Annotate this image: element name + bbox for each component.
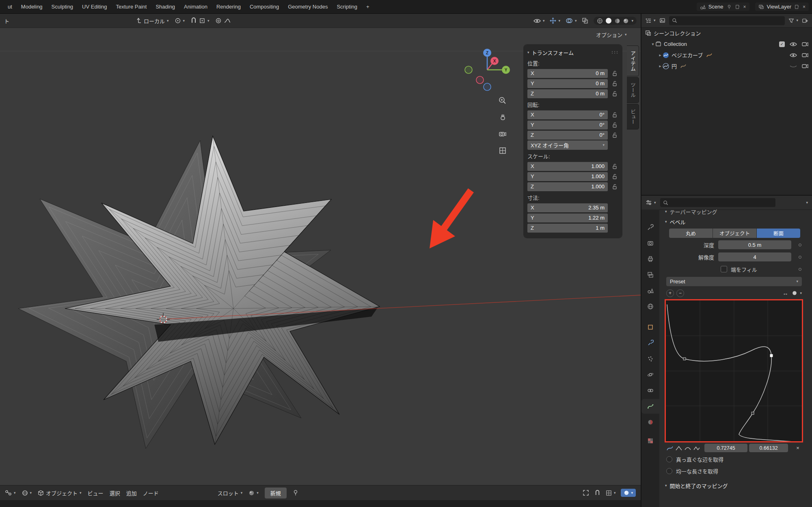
pan-tool-button[interactable] (497, 112, 508, 123)
section-bevel[interactable]: ▾ ベベル (659, 216, 812, 228)
menu-add[interactable]: 追加 (126, 489, 137, 497)
tab-texture[interactable] (641, 434, 659, 448)
view-navigation-gizmo[interactable]: Z X Y (458, 41, 516, 99)
profile-point[interactable] (752, 412, 754, 414)
shader-object-dropdown[interactable]: オブジェクト ▾ (38, 489, 82, 497)
handle-auto-icon[interactable] (666, 444, 674, 452)
workspace-tab-animation[interactable]: Animation (179, 0, 212, 13)
hide-eye-icon[interactable] (790, 42, 797, 47)
workspace-tab-modeling[interactable]: Modeling (17, 0, 47, 13)
editor-type-dropdown[interactable]: ▾ (645, 18, 656, 24)
tab-modifiers[interactable] (641, 336, 659, 350)
hide-eye-closed-icon[interactable] (790, 64, 797, 69)
tab-particles[interactable] (641, 352, 659, 366)
section-start-end-mapping[interactable]: ▾ 開始と終了のマッピング (659, 479, 812, 492)
tab-render[interactable] (641, 236, 659, 250)
remove-point-button[interactable]: − (676, 289, 684, 297)
outliner-row-bezier-curve[interactable]: ▸ ベジエカーブ (641, 50, 812, 60)
rotation-mode-dropdown[interactable]: XYZ オイラー角 ▾ (527, 140, 608, 150)
dimensions-z-field[interactable]: Z1 m (527, 224, 608, 233)
sidebar-tab-view[interactable]: ビュー (627, 104, 639, 130)
snap-magnet-icon[interactable] (594, 490, 600, 496)
location-y-field[interactable]: Y0 m (527, 79, 608, 88)
flip-profile-icon[interactable]: ↔ (781, 289, 789, 297)
tab-output[interactable] (641, 252, 659, 266)
shading-wireframe-icon[interactable] (597, 18, 603, 24)
disclosure-closed-icon[interactable]: ▸ (658, 64, 663, 68)
workspace-tab-sculpting[interactable]: Sculpting (47, 0, 78, 13)
new-view-layer-icon[interactable] (794, 4, 800, 10)
collapse-panel-icon[interactable]: ▾ (527, 51, 529, 54)
scale-z-field[interactable]: Z1.000 (527, 182, 608, 191)
chevron-down-icon[interactable]: ▾ (631, 19, 633, 23)
workspace-tab-rendering[interactable]: Rendering (212, 0, 245, 13)
new-collection-icon[interactable] (802, 17, 808, 24)
scale-x-field[interactable]: X1.000 (527, 162, 608, 171)
handle-aligned-icon[interactable] (693, 444, 700, 452)
gizmo-axis-z-neg[interactable] (484, 83, 491, 91)
clipped-menu-text[interactable]: ト (4, 17, 9, 25)
location-z-field[interactable]: Z0 m (527, 89, 608, 98)
editor-type-dropdown[interactable]: ▾ (646, 200, 656, 205)
outliner-search-input[interactable] (669, 16, 785, 25)
tab-material[interactable] (641, 415, 659, 429)
profile-point[interactable] (683, 358, 686, 360)
outliner-row-collection[interactable]: ▾ Collection ✓ (641, 39, 812, 50)
animate-decorator-icon[interactable] (799, 256, 801, 259)
editor-type-dropdown[interactable]: ▾ (5, 490, 16, 496)
chevron-down-icon[interactable]: ▾ (207, 19, 209, 23)
menu-node[interactable]: ノード (143, 489, 159, 497)
browse-material-dropdown[interactable]: ▾ (248, 490, 259, 496)
lock-open-icon[interactable] (612, 122, 617, 128)
shader-type-dropdown[interactable]: ▾ (22, 490, 32, 496)
view-layer-selector[interactable]: ViewLayer × (755, 2, 809, 11)
filter-dropdown[interactable]: ▾ (788, 18, 798, 24)
add-point-button[interactable]: + (666, 289, 674, 297)
disable-render-camera-icon[interactable] (802, 52, 808, 58)
tab-object[interactable] (641, 320, 659, 334)
lock-open-icon[interactable] (612, 71, 617, 76)
unlink-scene-icon[interactable]: × (743, 4, 746, 9)
point-x-field[interactable]: 0.72745 (704, 444, 747, 452)
shader-editor-canvas[interactable] (0, 500, 641, 507)
dimensions-y-field[interactable]: Y1.22 m (527, 214, 608, 222)
shading-rendered-icon[interactable] (623, 18, 629, 24)
chevron-down-icon[interactable]: ▾ (806, 201, 808, 205)
tab-tool[interactable] (641, 220, 659, 235)
panel-grip-icon[interactable] (611, 50, 618, 54)
lock-open-icon[interactable] (612, 81, 617, 86)
sample-even-checkbox[interactable] (666, 468, 672, 474)
profile-preset-dropdown[interactable]: Preset ▾ (666, 277, 802, 286)
disable-render-camera-icon[interactable] (802, 41, 808, 47)
workspace-tab-shading[interactable]: Shading (151, 0, 179, 13)
tab-object-data[interactable] (641, 399, 659, 414)
lock-open-icon[interactable] (612, 174, 617, 179)
workspace-tab-uv-editing[interactable]: UV Editing (78, 0, 111, 13)
tab-scene[interactable] (641, 283, 659, 298)
properties-search-input[interactable] (660, 198, 775, 207)
workspace-tab-compositing[interactable]: Compositing (245, 0, 283, 13)
viewport-options-dropdown[interactable]: オプション ▾ (596, 31, 627, 39)
pin-icon[interactable] (726, 4, 732, 10)
lock-open-icon[interactable] (612, 112, 617, 118)
lock-open-icon[interactable] (612, 164, 617, 169)
snap-mode-dropdown[interactable]: ▾ (606, 490, 616, 496)
proportional-edit-icon[interactable] (215, 17, 222, 24)
disable-render-camera-icon[interactable] (802, 63, 808, 69)
outliner-row-scene-collection[interactable]: シーンコレクション (641, 28, 812, 39)
preview-shading-toggle[interactable]: ▾ (621, 489, 636, 497)
xray-toggle-icon[interactable] (582, 17, 588, 24)
hide-eye-icon[interactable] (790, 53, 797, 58)
sample-straight-checkbox[interactable] (666, 456, 672, 462)
pin-icon[interactable] (293, 490, 298, 496)
profile-curve-widget[interactable] (665, 299, 803, 442)
display-mode-icon[interactable] (659, 17, 665, 24)
lock-open-icon[interactable] (612, 184, 617, 190)
location-x-field[interactable]: X0 m (527, 69, 608, 78)
add-workspace-button[interactable]: + (362, 0, 374, 13)
new-material-button[interactable]: 新規 (265, 488, 287, 498)
camera-view-button[interactable] (497, 128, 508, 140)
workspace-tab-layout[interactable]: ut (3, 0, 17, 13)
profile-point-selected[interactable] (770, 354, 773, 357)
scale-y-field[interactable]: Y1.000 (527, 172, 608, 181)
